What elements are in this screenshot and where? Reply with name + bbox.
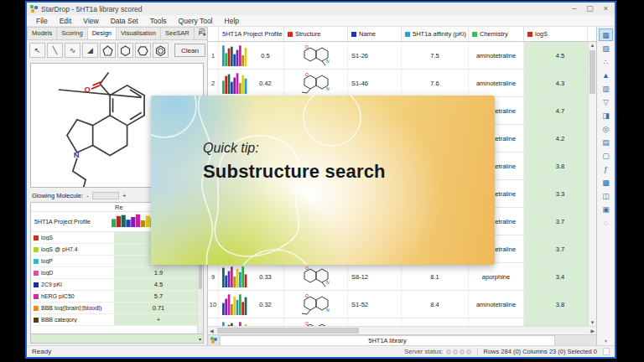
tab-scoring[interactable]: Scoring — [56, 27, 87, 39]
model-builder-icon[interactable]: ▲ — [599, 69, 613, 81]
bond-tool[interactable]: ╲ — [47, 43, 63, 58]
profile-row-2c9-pki[interactable]: 2C9 pKi4.5 — [31, 279, 203, 291]
vertical-scrollbar[interactable]: ▲ ▼ — [588, 42, 596, 326]
close-button[interactable]: × — [604, 5, 608, 13]
row-number: 10 — [208, 291, 219, 318]
logs-cell: 3.3 — [524, 180, 596, 207]
undock-panel-icon[interactable]: ◳ — [199, 27, 205, 34]
column-header-5ht1a-project-profile[interactable]: 5HT1A Project Profile — [219, 27, 284, 41]
duplicate-icon[interactable]: ◫ — [599, 189, 613, 202]
matrix-icon[interactable]: ▩ — [599, 176, 613, 189]
clean-button[interactable]: Clean — [174, 44, 205, 57]
logs-cell: 4.2 — [524, 318, 596, 326]
maximize-button[interactable]: ▢ — [586, 5, 594, 13]
server-status-dot — [466, 349, 471, 354]
select-tool[interactable]: ↖ — [29, 43, 45, 58]
plot-view-icon[interactable]: ▨ — [599, 42, 613, 54]
profile-histogram — [222, 72, 247, 94]
column-header-name[interactable]: Name — [348, 27, 402, 41]
tip-kicker: Quick tip: — [203, 141, 386, 156]
toolbar-scroll-down-icon[interactable]: ▾ — [605, 338, 607, 344]
table-row[interactable]: 20.42ONS1-467.6aminotetraline4.3 — [208, 70, 596, 97]
scroll-right-icon[interactable]: ▶ — [589, 328, 596, 334]
resize-grip[interactable] — [603, 348, 610, 355]
chemistry-cell: aminotetraline — [469, 318, 524, 326]
lasso-tool[interactable]: ∿ — [65, 43, 80, 58]
column-settings-icon[interactable]: ▣ — [599, 203, 613, 215]
table-row[interactable]: 90.33ONS8-128.1aporphine3.4 — [208, 263, 596, 291]
menu-query-tool[interactable]: Query Tool — [173, 17, 219, 25]
tab-seesar[interactable]: SeeSAR — [160, 27, 195, 39]
table-view-icon[interactable]: ▦ — [599, 28, 613, 41]
table-row[interactable]: 100.32ONS1-528.4aminotetraline3.8 — [208, 291, 596, 318]
minimize-button[interactable]: – — [572, 5, 576, 13]
tab-models[interactable]: Models — [27, 27, 57, 39]
column-header-structure[interactable]: Structure — [284, 27, 348, 41]
column-label: Chemistry — [480, 30, 508, 38]
glow-slider[interactable] — [92, 192, 119, 199]
merge-icon[interactable]: ▢ — [599, 149, 613, 162]
logs-cell: 4.7 — [524, 97, 596, 124]
profile-histogram — [222, 44, 247, 66]
menu-tools[interactable]: Tools — [144, 17, 173, 25]
sketcher-toolbar: ↖╲∿◢ Clean Reset — [27, 40, 207, 60]
ring-pentagon-tool[interactable] — [100, 43, 116, 58]
lasso-select-icon[interactable]: ◌ — [599, 216, 613, 229]
tab-visualisation[interactable]: Visualisation — [116, 27, 161, 39]
dataset-copy-icon[interactable]: ◨ — [599, 109, 613, 122]
profile-row-bbb-category[interactable]: BBB category+ — [31, 314, 203, 326]
chemistry-cell: aminotetraline — [469, 291, 524, 318]
table-row[interactable]: 10.5ONS1-267.5aminotetraline4.5 — [208, 42, 596, 70]
edit-table-icon[interactable]: ▤ — [599, 136, 613, 148]
menu-data-set[interactable]: Data Set — [105, 17, 144, 25]
affinity-cell: 7.5 — [402, 42, 469, 69]
scroll-down-icon[interactable]: ▼ — [590, 319, 595, 326]
ring-cyclohexane-tool[interactable] — [135, 43, 151, 58]
profile-builder-icon[interactable]: ▥ — [599, 82, 613, 95]
scroll-up-icon[interactable]: ▲ — [590, 42, 595, 49]
column-label: logS — [535, 30, 548, 38]
column-header-rownum[interactable] — [208, 27, 219, 41]
function-icon[interactable]: ƒ — [599, 163, 613, 175]
svg-text:O: O — [305, 266, 309, 271]
menu-edit[interactable]: Edit — [54, 17, 78, 25]
column-header-chemistry[interactable]: Chemistry — [469, 27, 524, 41]
wedge-bond-tool[interactable]: ◢ — [82, 43, 98, 58]
glow-minus-button[interactable]: - — [86, 192, 89, 199]
structure-sketch: ON — [296, 265, 336, 288]
structure-sketch: ON — [296, 71, 336, 95]
status-ready: Ready — [32, 348, 51, 355]
menu-file[interactable]: File — [30, 17, 54, 25]
profile-table-dropdown[interactable]: ▾ — [30, 334, 204, 344]
aromatic-ring-tool[interactable] — [153, 43, 169, 58]
rows-columns-info: Rows 284 (0) Columns 23 (0) Selected 0 — [484, 348, 597, 355]
tip-title: Substructure search — [203, 161, 386, 183]
scroll-left-icon[interactable]: ◀ — [208, 328, 216, 334]
svg-text:N: N — [326, 59, 330, 64]
profile-cell: 0.32 — [219, 291, 284, 318]
dataset-tab[interactable]: 5HT1A library — [220, 335, 555, 345]
column-header-5ht1a-affinity-pki-[interactable]: 5HT1a affinity (pKi) — [402, 27, 469, 41]
ring-hexagon-tool[interactable] — [117, 43, 133, 58]
glow-plus-button[interactable]: + — [122, 192, 127, 199]
column-label: Name — [359, 30, 376, 38]
cluster-view-icon[interactable]: ∴ — [599, 55, 613, 68]
horizontal-scrollbar[interactable]: ◀ ▶ — [208, 326, 596, 334]
column-header-logs[interactable]: logS — [524, 27, 588, 41]
table-row[interactable]: 110.32ONS1-508.1aminotetraline4.2 — [208, 318, 596, 326]
menu-view[interactable]: View — [77, 17, 104, 25]
titlebar: StarDrop - 5HT1a library scored – ▢ × — [27, 3, 615, 15]
profile-histogram — [222, 293, 247, 315]
menu-help[interactable]: Help — [219, 17, 245, 25]
column-label: 5HT1A Project Profile — [222, 30, 283, 38]
filter-icon[interactable]: ▽ — [599, 96, 613, 108]
structure-sketch: ON — [296, 320, 336, 326]
search-icon[interactable]: ◎ — [599, 122, 613, 135]
profile-row-herg-pic50[interactable]: hERG pIC505.7 — [31, 291, 203, 303]
profile-cell: 0.5 — [219, 42, 284, 69]
profile-row-bbb-log-brain-blood-[interactable]: BBB log([brain]:[blood])0.71 — [31, 303, 203, 314]
profile-row-logd[interactable]: logD1.9 — [31, 267, 203, 279]
tab-design[interactable]: Design — [87, 27, 117, 39]
affinity-cell: 8.1 — [402, 318, 469, 326]
result-column-header: Re — [115, 204, 123, 211]
